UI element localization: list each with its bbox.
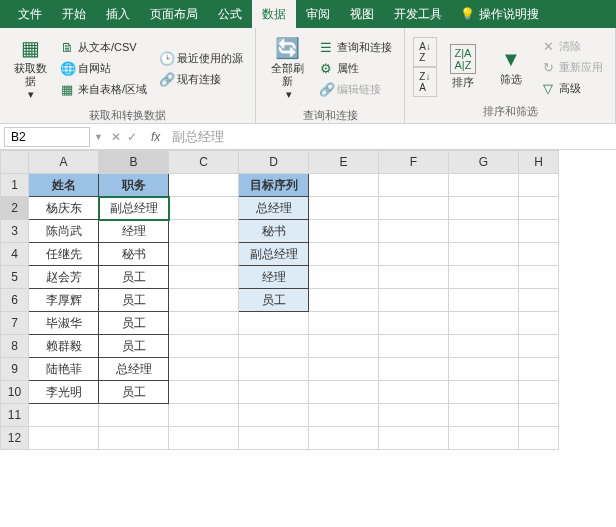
- cell[interactable]: [379, 243, 449, 266]
- cell[interactable]: [309, 289, 379, 312]
- cell[interactable]: [449, 358, 519, 381]
- cell[interactable]: [169, 220, 239, 243]
- cell[interactable]: [519, 174, 559, 197]
- cell[interactable]: [379, 289, 449, 312]
- formula-input[interactable]: [166, 127, 616, 147]
- filter-button[interactable]: ▼ 筛选: [489, 32, 533, 102]
- cell[interactable]: [309, 358, 379, 381]
- cell[interactable]: [379, 197, 449, 220]
- cell[interactable]: 任继先: [29, 243, 99, 266]
- cell[interactable]: [309, 427, 379, 450]
- from-table-button[interactable]: ▦来自表格/区域: [56, 80, 151, 99]
- cell[interactable]: [239, 335, 309, 358]
- cell[interactable]: 员工: [99, 266, 169, 289]
- cell[interactable]: [449, 289, 519, 312]
- cell[interactable]: 员工: [239, 289, 309, 312]
- cell[interactable]: [379, 427, 449, 450]
- cell[interactable]: [379, 174, 449, 197]
- cell[interactable]: [379, 220, 449, 243]
- recent-sources-button[interactable]: 🕒最近使用的源: [155, 49, 247, 68]
- queries-connections-button[interactable]: ☰查询和连接: [315, 38, 396, 57]
- cell[interactable]: [309, 266, 379, 289]
- cell[interactable]: [309, 220, 379, 243]
- cell[interactable]: 副总经理: [239, 243, 309, 266]
- col-header[interactable]: F: [379, 151, 449, 174]
- clear-filter-button[interactable]: ✕清除: [537, 37, 607, 56]
- col-header[interactable]: B: [99, 151, 169, 174]
- cell[interactable]: [309, 174, 379, 197]
- tab-insert[interactable]: 插入: [96, 0, 140, 29]
- cell[interactable]: [519, 335, 559, 358]
- cell[interactable]: [239, 358, 309, 381]
- cell[interactable]: [29, 427, 99, 450]
- sort-asc-button[interactable]: A↓Z: [413, 37, 437, 67]
- properties-button[interactable]: ⚙属性: [315, 59, 396, 78]
- accept-formula-icon[interactable]: ✓: [127, 130, 137, 144]
- cell[interactable]: 职务: [99, 174, 169, 197]
- cell[interactable]: [309, 404, 379, 427]
- cell[interactable]: [379, 381, 449, 404]
- cell[interactable]: [449, 197, 519, 220]
- cell[interactable]: [169, 312, 239, 335]
- cell[interactable]: [519, 427, 559, 450]
- tab-view[interactable]: 视图: [340, 0, 384, 29]
- col-header[interactable]: A: [29, 151, 99, 174]
- from-web-button[interactable]: 🌐自网站: [56, 59, 151, 78]
- cell[interactable]: [239, 427, 309, 450]
- cell[interactable]: [29, 404, 99, 427]
- cell[interactable]: [519, 404, 559, 427]
- cell[interactable]: [449, 243, 519, 266]
- row-header[interactable]: 9: [1, 358, 29, 381]
- row-header[interactable]: 10: [1, 381, 29, 404]
- cell[interactable]: 杨庆东: [29, 197, 99, 220]
- tab-data[interactable]: 数据: [252, 0, 296, 29]
- cell[interactable]: [449, 381, 519, 404]
- cell[interactable]: [519, 266, 559, 289]
- reapply-button[interactable]: ↻重新应用: [537, 58, 607, 77]
- chevron-down-icon[interactable]: ▼: [94, 132, 103, 142]
- cell[interactable]: [169, 266, 239, 289]
- cell[interactable]: [169, 381, 239, 404]
- cell[interactable]: [379, 358, 449, 381]
- tab-dev[interactable]: 开发工具: [384, 0, 452, 29]
- cell[interactable]: [169, 358, 239, 381]
- row-header[interactable]: 7: [1, 312, 29, 335]
- cell[interactable]: [169, 335, 239, 358]
- fx-icon[interactable]: fx: [151, 130, 160, 144]
- cell[interactable]: 总经理: [239, 197, 309, 220]
- cell[interactable]: [379, 312, 449, 335]
- advanced-filter-button[interactable]: ▽高级: [537, 79, 607, 98]
- cell[interactable]: 陆艳菲: [29, 358, 99, 381]
- cell[interactable]: 赖群毅: [29, 335, 99, 358]
- name-box[interactable]: [4, 127, 90, 147]
- get-data-button[interactable]: ▦ 获取数 据▾: [8, 32, 52, 106]
- cell[interactable]: [169, 243, 239, 266]
- cell[interactable]: 员工: [99, 335, 169, 358]
- cell[interactable]: 经理: [99, 220, 169, 243]
- cell[interactable]: 员工: [99, 289, 169, 312]
- col-header[interactable]: H: [519, 151, 559, 174]
- row-header[interactable]: 8: [1, 335, 29, 358]
- sort-button[interactable]: Z|AA|Z 排序: [441, 32, 485, 102]
- cell[interactable]: 陈尚武: [29, 220, 99, 243]
- cell[interactable]: 员工: [99, 381, 169, 404]
- tab-review[interactable]: 审阅: [296, 0, 340, 29]
- cell[interactable]: 赵会芳: [29, 266, 99, 289]
- cell[interactable]: 总经理: [99, 358, 169, 381]
- cell[interactable]: [379, 266, 449, 289]
- cell[interactable]: 姓名: [29, 174, 99, 197]
- row-header[interactable]: 12: [1, 427, 29, 450]
- cell-active[interactable]: 副总经理: [99, 197, 169, 220]
- row-header[interactable]: 6: [1, 289, 29, 312]
- cell[interactable]: [449, 427, 519, 450]
- cell[interactable]: 李光明: [29, 381, 99, 404]
- edit-links-button[interactable]: 🔗编辑链接: [315, 80, 396, 99]
- cell[interactable]: [449, 174, 519, 197]
- cell[interactable]: [519, 220, 559, 243]
- row-header[interactable]: 2: [1, 197, 29, 220]
- cell[interactable]: [379, 404, 449, 427]
- cell[interactable]: [169, 289, 239, 312]
- cell[interactable]: [239, 312, 309, 335]
- cell[interactable]: [309, 243, 379, 266]
- cell[interactable]: [309, 197, 379, 220]
